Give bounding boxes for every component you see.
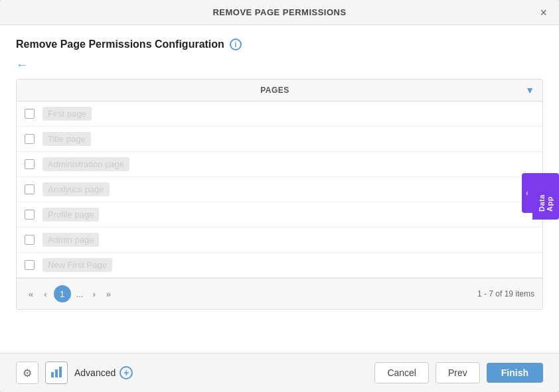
row-6-label: Admin page bbox=[42, 233, 99, 247]
table-row: Administration page bbox=[17, 152, 542, 177]
app-data-tab[interactable]: ‹ App Data bbox=[522, 173, 559, 220]
gear-icon-button[interactable]: ⚙ bbox=[16, 361, 39, 384]
pagination: « ‹ 1 ... › » 1 - 7 of 19 items bbox=[17, 278, 542, 309]
first-page-button[interactable]: « bbox=[25, 287, 37, 301]
svg-rect-0 bbox=[51, 372, 54, 377]
row-7-checkbox[interactable] bbox=[25, 260, 35, 270]
table-row: Admin page bbox=[17, 228, 542, 253]
table-row: New First Page bbox=[17, 253, 542, 278]
last-page-button[interactable]: » bbox=[102, 287, 115, 301]
prev-page-button[interactable]: ‹ bbox=[40, 287, 50, 301]
table-row: Title page bbox=[17, 127, 542, 152]
cancel-button[interactable]: Cancel bbox=[374, 362, 429, 383]
gear-icon: ⚙ bbox=[23, 367, 32, 379]
row-3-label: Administration page bbox=[42, 157, 129, 171]
row-4-label: Analytics page bbox=[42, 182, 110, 196]
row-6-checkbox[interactable] bbox=[25, 235, 35, 245]
app-data-label[interactable]: App Data bbox=[532, 173, 559, 220]
row-5-label: Profile page bbox=[42, 208, 99, 222]
main-content: Remove Page Permissions Configuration i … bbox=[0, 25, 559, 353]
row-3-checkbox[interactable] bbox=[25, 159, 35, 169]
footer-left: ⚙ Advanced + bbox=[16, 361, 133, 384]
advanced-section: Advanced + bbox=[74, 366, 133, 379]
pages-column-header: PAGES bbox=[25, 86, 525, 95]
filter-icon[interactable]: ▼ bbox=[525, 85, 534, 96]
chart-icon bbox=[50, 366, 62, 380]
info-icon[interactable]: i bbox=[230, 38, 242, 50]
page-heading: Remove Page Permissions Configuration i bbox=[16, 38, 543, 50]
pagination-info: 1 - 7 of 19 items bbox=[477, 289, 534, 298]
svg-rect-1 bbox=[55, 369, 58, 377]
svg-rect-2 bbox=[59, 367, 62, 377]
page-title: Remove Page Permissions Configuration bbox=[16, 38, 224, 50]
pagination-controls: « ‹ 1 ... › » bbox=[25, 285, 115, 302]
row-2-label: Title page bbox=[42, 132, 91, 146]
next-page-button[interactable]: › bbox=[88, 287, 99, 301]
close-button[interactable]: × bbox=[536, 5, 551, 20]
advanced-plus-button[interactable]: + bbox=[120, 366, 133, 379]
row-7-label: New First Page bbox=[42, 258, 112, 272]
row-1-label: First page bbox=[42, 107, 92, 121]
dialog: REMOVE PAGE PERMISSIONS × Remove Page Pe… bbox=[0, 0, 559, 392]
row-1-checkbox[interactable] bbox=[25, 109, 35, 119]
prev-button[interactable]: Prev bbox=[436, 362, 480, 383]
pages-table: PAGES ▼ First page Title page Administra… bbox=[16, 79, 543, 310]
title-bar: REMOVE PAGE PERMISSIONS × bbox=[0, 0, 559, 25]
row-4-checkbox[interactable] bbox=[25, 184, 35, 194]
dialog-title: REMOVE PAGE PERMISSIONS bbox=[212, 7, 346, 17]
back-arrow[interactable]: ← bbox=[16, 58, 28, 72]
app-data-chevron[interactable]: ‹ bbox=[522, 173, 532, 213]
page-ellipsis: ... bbox=[74, 289, 86, 299]
table-header: PAGES ▼ bbox=[17, 80, 542, 101]
table-row: First page bbox=[17, 101, 542, 127]
table-row: Profile page bbox=[17, 202, 542, 228]
footer: ⚙ Advanced + Cancel Prev Finish bbox=[0, 353, 559, 392]
chart-icon-button[interactable] bbox=[45, 361, 68, 384]
row-2-checkbox[interactable] bbox=[25, 134, 35, 144]
table-row: Analytics page bbox=[17, 177, 542, 202]
footer-right: Cancel Prev Finish bbox=[374, 362, 543, 383]
page-1-button[interactable]: 1 bbox=[54, 285, 71, 302]
row-5-checkbox[interactable] bbox=[25, 210, 35, 220]
finish-button[interactable]: Finish bbox=[487, 363, 543, 383]
advanced-label: Advanced bbox=[74, 367, 116, 378]
